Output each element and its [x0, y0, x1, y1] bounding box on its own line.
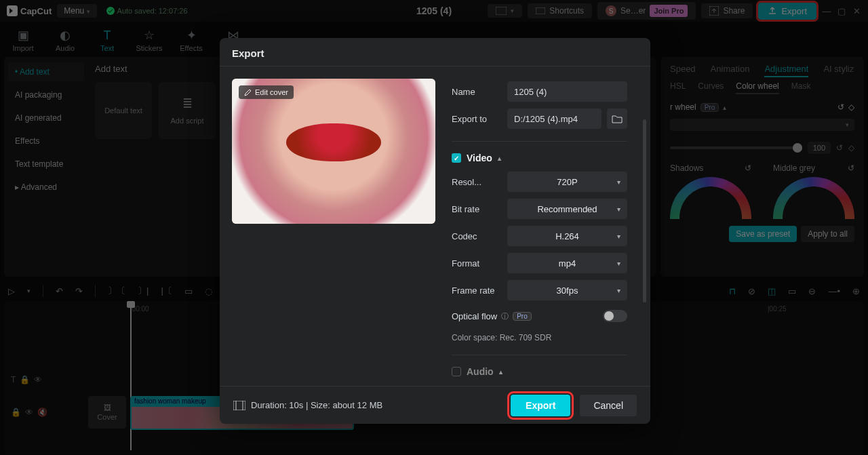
framerate-label: Frame rate	[452, 285, 507, 296]
export-to-input[interactable]: D:/1205 (4).mp4	[507, 108, 601, 129]
name-input[interactable]: 1205 (4)	[507, 81, 627, 102]
export-summary: Duration: 10s | Size: about 12 MB	[233, 400, 382, 410]
audio-section-header[interactable]: Audio ▴	[452, 362, 627, 381]
color-space-info: Color space: Rec. 709 SDR	[452, 329, 627, 347]
pencil-icon	[244, 89, 252, 96]
info-icon[interactable]: ⓘ	[501, 311, 509, 321]
audio-checkbox[interactable]	[452, 367, 461, 376]
resolution-select[interactable]: 720P	[507, 172, 627, 192]
cancel-button[interactable]: Cancel	[580, 395, 637, 416]
framerate-select[interactable]: 30fps	[507, 280, 627, 300]
video-checkbox[interactable]: ✓	[452, 153, 461, 163]
codec-label: Codec	[452, 231, 507, 241]
format-label: Format	[452, 258, 507, 269]
audio-collapse-caret[interactable]: ▴	[499, 368, 502, 376]
cover-preview: Edit cover	[232, 79, 435, 224]
bitrate-label: Bit rate	[452, 204, 507, 214]
export-confirm-button[interactable]: Export	[511, 395, 570, 416]
video-collapse-caret[interactable]: ▴	[498, 155, 501, 162]
resolution-label: Resol...	[452, 177, 507, 187]
dialog-scrollbar[interactable]	[643, 119, 646, 302]
browse-folder-button[interactable]	[607, 108, 627, 129]
edit-cover-button[interactable]: Edit cover	[239, 85, 294, 99]
codec-select[interactable]: H.264	[507, 226, 627, 246]
bitrate-select[interactable]: Recommended	[507, 199, 627, 219]
export-dialog: Export Edit cover Name 1205 (4) Export t…	[220, 38, 650, 424]
video-section-header[interactable]: ✓ Video ▴	[452, 149, 627, 167]
folder-icon	[612, 114, 623, 123]
name-label: Name	[452, 87, 507, 97]
optical-pro-badge: Pro	[513, 312, 532, 321]
export-to-label: Export to	[452, 114, 507, 124]
svg-rect-5	[233, 401, 245, 410]
optical-flow-label: Optical flow	[452, 311, 497, 321]
format-select[interactable]: mp4	[507, 253, 627, 273]
dialog-title: Export	[220, 38, 650, 66]
optical-flow-toggle[interactable]	[603, 310, 627, 322]
film-icon	[233, 401, 245, 410]
